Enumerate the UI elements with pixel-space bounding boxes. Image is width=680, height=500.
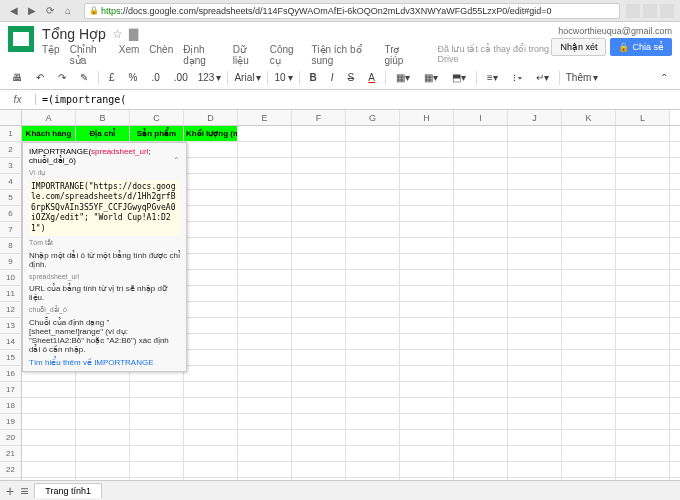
cell[interactable]: [238, 350, 292, 365]
cell[interactable]: [508, 398, 562, 413]
cell[interactable]: [22, 446, 76, 461]
cell[interactable]: [562, 206, 616, 221]
col-header[interactable]: C: [130, 110, 184, 125]
cell[interactable]: [346, 174, 400, 189]
bold-button[interactable]: B: [306, 70, 321, 85]
url-bar[interactable]: 🔒 https ://docs.google.com/spreadsheets/…: [84, 3, 620, 19]
col-header[interactable]: G: [346, 110, 400, 125]
cell[interactable]: [238, 382, 292, 397]
wrap-button[interactable]: ↵▾: [532, 70, 553, 85]
cell[interactable]: [238, 398, 292, 413]
cell[interactable]: [238, 318, 292, 333]
cell[interactable]: [508, 302, 562, 317]
cell[interactable]: [400, 366, 454, 381]
cell[interactable]: [346, 350, 400, 365]
cell[interactable]: [238, 206, 292, 221]
cell[interactable]: [562, 270, 616, 285]
cell[interactable]: [346, 382, 400, 397]
percent-button[interactable]: %: [125, 70, 142, 85]
cell[interactable]: [454, 142, 508, 157]
cell[interactable]: [292, 174, 346, 189]
cell[interactable]: [400, 382, 454, 397]
cell[interactable]: [238, 446, 292, 461]
cell[interactable]: [292, 398, 346, 413]
menu-view[interactable]: Xem: [119, 44, 140, 66]
cell[interactable]: [346, 158, 400, 173]
cell[interactable]: [454, 126, 508, 141]
cell[interactable]: [184, 190, 238, 205]
cell[interactable]: [130, 446, 184, 461]
cell[interactable]: [238, 158, 292, 173]
cell[interactable]: [508, 206, 562, 221]
folder-icon[interactable]: ▇: [129, 27, 138, 41]
number-format-dd[interactable]: 123▾: [198, 72, 222, 83]
reload-button[interactable]: ⟳: [42, 3, 58, 19]
cell[interactable]: [562, 126, 616, 141]
cell[interactable]: [508, 158, 562, 173]
font-dd[interactable]: Arial▾: [234, 72, 261, 83]
cell[interactable]: [508, 142, 562, 157]
more-dd[interactable]: Thêm▾: [566, 72, 599, 83]
cell[interactable]: [184, 238, 238, 253]
cell[interactable]: [292, 126, 346, 141]
cell[interactable]: [346, 286, 400, 301]
cell[interactable]: [454, 350, 508, 365]
menu-insert[interactable]: Chèn: [149, 44, 173, 66]
share-button[interactable]: 🔒 Chia sẻ: [610, 38, 672, 56]
cell[interactable]: [508, 382, 562, 397]
cell[interactable]: [508, 190, 562, 205]
cell[interactable]: [184, 174, 238, 189]
cell[interactable]: [22, 462, 76, 477]
cell[interactable]: [76, 462, 130, 477]
cell[interactable]: [616, 174, 670, 189]
cell[interactable]: [454, 222, 508, 237]
cell[interactable]: [508, 318, 562, 333]
add-sheet-button[interactable]: +: [6, 483, 14, 499]
cell[interactable]: [346, 270, 400, 285]
row-header[interactable]: 13: [0, 318, 22, 333]
cell[interactable]: [508, 222, 562, 237]
row-header[interactable]: 19: [0, 414, 22, 429]
cell[interactable]: [616, 238, 670, 253]
row-header[interactable]: 6: [0, 206, 22, 221]
cell[interactable]: [616, 398, 670, 413]
cell[interactable]: [292, 334, 346, 349]
cell[interactable]: [292, 462, 346, 477]
cell[interactable]: [562, 174, 616, 189]
row-header[interactable]: 12: [0, 302, 22, 317]
menu-icon[interactable]: [660, 4, 674, 18]
cell[interactable]: [292, 158, 346, 173]
cell[interactable]: [508, 270, 562, 285]
back-button[interactable]: ◀: [6, 3, 22, 19]
menu-file[interactable]: Tệp: [42, 44, 60, 66]
cell[interactable]: [616, 190, 670, 205]
menu-tools[interactable]: Công cụ: [270, 44, 302, 66]
cell[interactable]: [562, 222, 616, 237]
star-icon[interactable]: ☆: [112, 27, 123, 41]
cell[interactable]: [238, 238, 292, 253]
cell[interactable]: [292, 318, 346, 333]
paint-format-icon[interactable]: ✎: [76, 70, 92, 85]
col-header[interactable]: F: [292, 110, 346, 125]
cell[interactable]: [184, 270, 238, 285]
cell[interactable]: [238, 286, 292, 301]
cell[interactable]: [184, 158, 238, 173]
cell[interactable]: [292, 414, 346, 429]
cell[interactable]: [130, 398, 184, 413]
cell[interactable]: [616, 302, 670, 317]
cell[interactable]: [508, 366, 562, 381]
cell[interactable]: [292, 382, 346, 397]
menu-edit[interactable]: Chỉnh sửa: [70, 44, 109, 66]
italic-button[interactable]: I: [327, 70, 338, 85]
cell[interactable]: [400, 286, 454, 301]
formula-input[interactable]: =(importrange(: [36, 94, 680, 105]
cell[interactable]: [238, 430, 292, 445]
merge-button[interactable]: ⬒▾: [448, 70, 470, 85]
cell[interactable]: [184, 366, 238, 381]
cell[interactable]: [346, 430, 400, 445]
cell[interactable]: [130, 414, 184, 429]
cell[interactable]: [292, 446, 346, 461]
cell[interactable]: [346, 222, 400, 237]
cell[interactable]: [184, 302, 238, 317]
row-header[interactable]: 1: [0, 126, 22, 141]
